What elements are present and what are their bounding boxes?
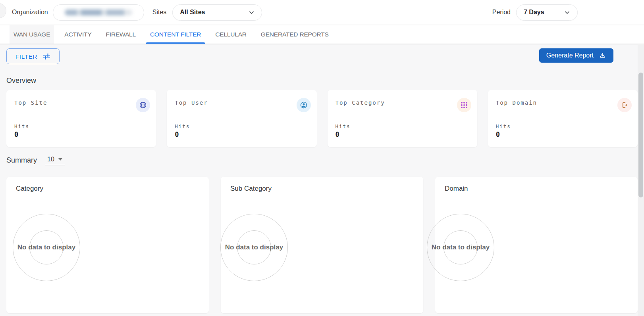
top-bar: Organization Sites All Sites Period 7 Da… (0, 0, 644, 25)
summary-charts: Category No data to display Sub Category… (6, 177, 638, 313)
period-label: Period (492, 9, 511, 16)
card-title: Top User (175, 100, 309, 106)
scrollbar-track[interactable] (638, 44, 644, 316)
content-area: FILTER Generate Report (0, 44, 638, 316)
chart-card-sub-category: Sub Category No data to display (221, 177, 423, 313)
organization-label: Organization (12, 9, 48, 16)
metric-value: 0 (335, 130, 339, 138)
overview-cards: Top Site Hits 0 Top User (6, 90, 638, 147)
period-select-value: 7 Days (524, 9, 544, 16)
period-select[interactable]: 7 Days (516, 4, 578, 21)
organization-selector[interactable] (53, 4, 144, 21)
organization-name-blurred (65, 10, 132, 15)
tab-activity[interactable]: ACTIVITY (60, 25, 95, 44)
no-data-message: No data to display (225, 243, 283, 251)
filter-button-label: FILTER (15, 53, 37, 60)
overview-heading: Overview (6, 77, 36, 85)
metric-label: Hits (496, 123, 511, 129)
report-tabs: WAN USAGE ACTIVITY FIREWALL CONTENT FILT… (0, 25, 644, 44)
scrollbar-thumb[interactable] (638, 73, 643, 197)
actions-row: FILTER Generate Report (6, 48, 638, 64)
filter-button[interactable]: FILTER (6, 48, 60, 64)
globe-icon (136, 98, 150, 112)
avatar[interactable] (0, 3, 6, 18)
generate-report-label: Generate Report (546, 52, 594, 59)
card-title: Top Domain (496, 100, 630, 106)
metric-value: 0 (14, 130, 18, 138)
chart-card-category: Category No data to display (6, 177, 209, 313)
chevron-down-icon (249, 10, 255, 15)
tune-icon (43, 53, 50, 60)
summary-count-value: 10 (47, 156, 54, 163)
no-data-message: No data to display (17, 243, 75, 251)
sites-label: Sites (152, 9, 167, 16)
sites-select[interactable]: All Sites (172, 4, 262, 21)
tab-firewall[interactable]: FIREWALL (102, 25, 140, 44)
no-data-message: No data to display (432, 243, 490, 251)
account-circle-icon (297, 98, 311, 112)
summary-count-select[interactable]: 10 (45, 153, 65, 165)
metric-label: Hits (335, 123, 351, 129)
tab-cellular[interactable]: CELLULAR (211, 25, 251, 44)
download-icon (599, 52, 606, 59)
chevron-down-icon (564, 10, 570, 15)
card-title: Top Category (335, 100, 469, 106)
tab-generated-reports[interactable]: GENERATED REPORTS (257, 25, 333, 44)
card-title: Top Site (14, 100, 148, 106)
chart-card-domain: Domain No data to display (435, 177, 638, 313)
domain-add-icon (617, 98, 632, 112)
chart-title: Category (16, 185, 199, 193)
metric-label: Hits (175, 123, 190, 129)
apps-grid-icon (457, 98, 471, 112)
dropdown-arrow-icon (58, 158, 62, 161)
overview-card-top-user: Top User Hits 0 (167, 90, 316, 147)
chart-title: Sub Category (230, 185, 414, 193)
summary-heading: Summary (6, 156, 37, 165)
tab-wan-usage[interactable]: WAN USAGE (10, 25, 54, 44)
metric-value: 0 (496, 130, 500, 138)
overview-card-top-category: Top Category Hits 0 (328, 90, 477, 147)
metric-label: Hits (14, 123, 29, 129)
generate-report-button[interactable]: Generate Report (539, 48, 613, 63)
sites-select-value: All Sites (180, 9, 205, 16)
metric-value: 0 (175, 130, 179, 138)
chart-title: Domain (445, 185, 628, 193)
overview-card-top-site: Top Site Hits 0 (6, 90, 156, 147)
tab-content-filter[interactable]: CONTENT FILTER (146, 25, 205, 44)
overview-card-top-domain: Top Domain Hits 0 (488, 90, 638, 147)
